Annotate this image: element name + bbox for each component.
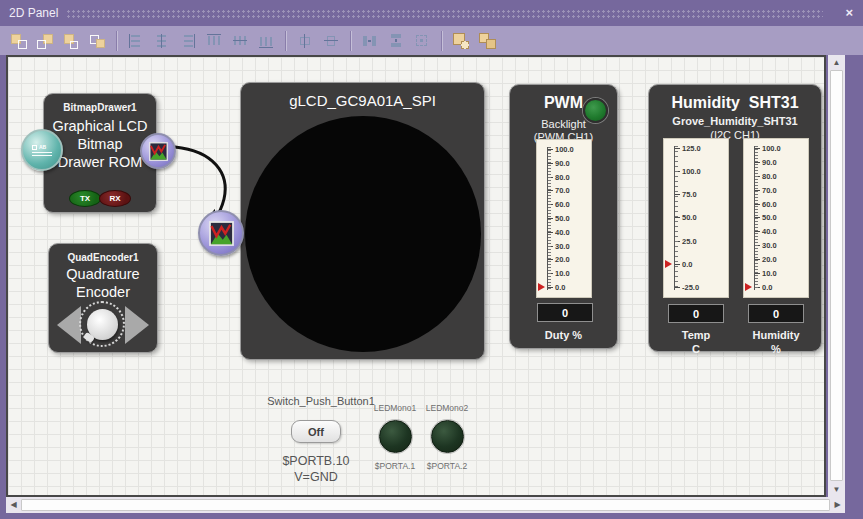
gauge-pointer-row: 0.0 — [537, 283, 589, 292]
gauge-tick-mark — [548, 273, 553, 274]
gauge-tick-row: -25.0 — [664, 283, 726, 292]
gauge-tick-row: 80.0 — [744, 172, 806, 181]
tx-indicator: TX — [69, 190, 101, 207]
image-input-badge[interactable] — [198, 210, 244, 256]
temperature-value-display: 0 — [668, 304, 724, 323]
rotate-left-arrow[interactable] — [57, 306, 81, 344]
gauge-tick-label: 0.0 — [682, 260, 692, 269]
group-icon[interactable] — [452, 32, 470, 50]
component-pwm[interactable]: PWM Backlight (PWM CH1) 100.090.080.070.… — [509, 84, 618, 349]
gauge-tick-label: 25.0 — [682, 237, 697, 246]
gauge-tick-label: 80.0 — [555, 173, 570, 182]
space-evenly-down-icon[interactable] — [387, 32, 405, 50]
gauge-tick-row: 50.0 — [537, 214, 589, 223]
vertical-scroll-thumb[interactable] — [830, 70, 843, 481]
gauge-tick-label: 90.0 — [555, 159, 570, 168]
gauge-tick-label: 100.0 — [555, 145, 574, 154]
gauge-tick-mark — [548, 163, 553, 164]
image-output-badge[interactable] — [140, 133, 176, 169]
align-middle-icon[interactable] — [231, 32, 249, 50]
rotate-right-arrow[interactable] — [125, 306, 149, 344]
component-quad-encoder[interactable]: QuadEncoder1 Quadrature Encoder — [48, 243, 158, 353]
gauge-tick-mark — [548, 177, 553, 178]
scroll-down-icon[interactable]: ▼ — [828, 482, 845, 497]
send-to-back-icon[interactable] — [36, 32, 54, 50]
titlebar[interactable]: 2D Panel × — [0, 0, 863, 26]
align-right-icon[interactable] — [179, 32, 197, 50]
scroll-right-icon[interactable]: ▶ — [830, 497, 845, 513]
ungroup-icon[interactable] — [478, 32, 496, 50]
align-left-icon[interactable] — [127, 32, 145, 50]
gauge-tick-mark — [755, 148, 760, 149]
gauge-tick-label: 80.0 — [762, 172, 777, 181]
toolbar-separator — [285, 31, 286, 51]
gauge-tick-label: 30.0 — [762, 241, 777, 250]
gauge-tick-label: 50.0 — [762, 213, 777, 222]
rx-indicator: RX — [99, 190, 131, 207]
gauge-tick-label: 20.0 — [762, 255, 777, 264]
gauge-tick-mark — [755, 162, 760, 163]
gauge-pointer-row: 0.0 — [664, 260, 726, 269]
bring-forward-icon[interactable] — [62, 32, 80, 50]
pwm-value-display: 0 — [537, 303, 593, 322]
scroll-up-icon[interactable]: ▲ — [828, 55, 845, 70]
center-vertical-icon[interactable] — [322, 32, 340, 50]
gauge-tick-label: 125.0 — [682, 144, 701, 153]
component-glcd[interactable]: gLCD_GC9A01A_SPI — [240, 82, 485, 360]
gauge-tick-mark — [548, 232, 553, 233]
horizontal-scroll-thumb[interactable] — [21, 499, 830, 511]
gauge-tick-mark — [548, 246, 553, 247]
gauge-tick-label: 50.0 — [682, 213, 697, 222]
round-lcd-screen — [245, 116, 481, 352]
gauge-tick-label: 20.0 — [555, 255, 570, 264]
component-title: Humidity SHT31 — [649, 94, 821, 112]
glyph-letters: AB — [39, 144, 46, 150]
gauge-tick-row: 100.0 — [537, 145, 589, 154]
vertical-scrollbar[interactable]: ▲ ▼ — [828, 55, 845, 497]
align-top-icon[interactable] — [205, 32, 223, 50]
led2-port: $PORTA.2 — [412, 461, 482, 471]
send-backward-icon[interactable] — [88, 32, 106, 50]
gauge-tick-label: 100.0 — [762, 144, 781, 153]
bring-to-front-icon[interactable] — [10, 32, 28, 50]
humidity-value-display: 0 — [748, 304, 804, 323]
gauge-tick-mark — [548, 190, 553, 191]
gauge-tick-row: 75.0 — [664, 190, 726, 199]
snap-to-grid-icon[interactable] — [413, 32, 431, 50]
push-button[interactable]: Off — [291, 420, 341, 443]
align-bottom-icon[interactable] — [257, 32, 275, 50]
gauge-tick-row: 50.0 — [664, 213, 726, 222]
gauge-tick-mark — [755, 245, 760, 246]
gauge-tick-mark — [548, 287, 553, 288]
text-tool-badge[interactable]: AB — [21, 129, 63, 171]
component-id: QuadEncoder1 — [49, 252, 157, 263]
gauge-tick-mark — [755, 190, 760, 191]
align-center-icon[interactable] — [153, 32, 171, 50]
panel-canvas[interactable]: BitmapDrawer1 Graphical LCD Bitmap Drawe… — [8, 57, 824, 495]
temperature-unit: C — [668, 343, 724, 355]
toolbar-separator — [350, 31, 351, 51]
text-icon: AB — [32, 144, 52, 156]
horizontal-scrollbar[interactable]: ◀ ▶ — [6, 497, 845, 513]
close-icon[interactable]: × — [845, 5, 853, 20]
center-horizontal-icon[interactable] — [296, 32, 314, 50]
gauge-tick-label: 40.0 — [762, 227, 777, 236]
component-humidity-sensor[interactable]: Humidity SHT31 Grove_Humidity_SHT31 (I2C… — [648, 84, 822, 352]
gauge-tick-mark — [755, 176, 760, 177]
gauge-tick-mark — [548, 259, 553, 260]
2d-panel-window: 2D Panel × BitmapDrawer1 Graphical LCD — [0, 0, 863, 519]
gauge-tick-row: 70.0 — [744, 186, 806, 195]
gauge-tick-label: 10.0 — [555, 269, 570, 278]
gauge-tick-label: 90.0 — [762, 158, 777, 167]
gauge-tick-mark — [755, 217, 760, 218]
gauge-tick-row: 10.0 — [537, 269, 589, 278]
gauge-pointer-row: 0.0 — [744, 283, 806, 292]
gauge-tick-mark — [548, 204, 553, 205]
scroll-left-icon[interactable]: ◀ — [6, 497, 21, 513]
gauge-tick-mark — [755, 273, 760, 274]
gauge-tick-mark — [675, 264, 680, 265]
encoder-knob[interactable] — [87, 309, 118, 340]
gauge-tick-row: 40.0 — [537, 228, 589, 237]
space-evenly-across-icon[interactable] — [361, 32, 379, 50]
gauge-tick-row: 60.0 — [744, 200, 806, 209]
